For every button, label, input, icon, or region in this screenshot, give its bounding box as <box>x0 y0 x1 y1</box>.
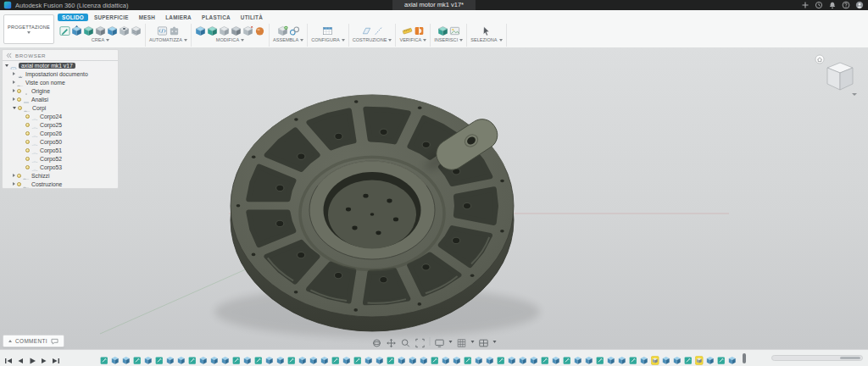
tree-item-origine[interactable]: Origine <box>3 86 118 95</box>
ribbon-group-label[interactable]: ASSEMBLA <box>273 37 303 42</box>
timeline-feature-icon[interactable] <box>442 353 450 363</box>
viewcube-cube[interactable] <box>827 63 853 90</box>
disclosure-collapsed-icon[interactable] <box>13 89 15 92</box>
ribbon-group-label[interactable]: CREA <box>92 37 110 42</box>
create-sketch-icon[interactable] <box>59 25 70 36</box>
visibility-bulb-icon[interactable] <box>25 131 30 136</box>
pan-icon[interactable] <box>387 336 397 347</box>
visibility-bulb-icon[interactable] <box>17 89 21 93</box>
tree-item-costruzione[interactable]: Costruzione <box>3 180 118 188</box>
notifications-bell-icon[interactable] <box>828 1 837 9</box>
job-status-clock-icon[interactable] <box>815 1 823 9</box>
tree-item-corpo50[interactable]: Corpo50 <box>3 137 118 146</box>
timeline-feature-icon[interactable] <box>508 353 516 363</box>
extrude-icon[interactable] <box>71 25 82 36</box>
select-icon[interactable] <box>481 25 492 36</box>
timeline-sketch-icon[interactable] <box>353 353 362 363</box>
tree-item-corpo26[interactable]: Corpo26 <box>3 129 118 137</box>
timeline-feature-icon[interactable] <box>453 353 461 363</box>
grid-settings-icon[interactable] <box>457 336 467 347</box>
physical-material-icon[interactable] <box>254 25 265 36</box>
timeline-sketch-icon[interactable] <box>287 353 296 363</box>
timeline-sketch-icon[interactable] <box>684 353 693 363</box>
disclosure-collapsed-icon[interactable] <box>13 72 15 75</box>
tab-mesh[interactable]: MESH <box>135 14 159 21</box>
fit-icon[interactable] <box>415 336 426 347</box>
shell-icon[interactable] <box>219 25 230 36</box>
visibility-bulb-icon[interactable] <box>25 114 30 119</box>
visibility-bulb-icon[interactable] <box>17 97 21 102</box>
timeline-feature-icon[interactable] <box>706 353 715 363</box>
timeline-feature-icon[interactable] <box>398 353 406 363</box>
measure-icon[interactable] <box>402 25 413 36</box>
tree-item-analisi[interactable]: Analisi <box>3 95 118 103</box>
press-pull-icon[interactable] <box>195 25 206 36</box>
ribbon-group-label[interactable]: SELEZIONA <box>470 37 502 42</box>
visibility-bulb-icon[interactable] <box>25 157 30 161</box>
timeline-feature-icon[interactable] <box>618 353 626 363</box>
timeline-feature-icon[interactable] <box>486 353 494 363</box>
help-icon[interactable] <box>842 1 850 9</box>
timeline-sketch-icon[interactable] <box>497 353 505 363</box>
new-component-icon[interactable] <box>277 25 288 36</box>
tree-item-corpo24[interactable]: Corpo24 <box>3 112 118 120</box>
timeline-step-back-button[interactable] <box>16 353 25 362</box>
tree-item-axial-motor-mk1-v17[interactable]: axial motor mk1 v17 <box>3 61 118 69</box>
timeline-feature-icon[interactable] <box>585 353 593 363</box>
viewcube[interactable] <box>814 53 860 98</box>
timeline-sketch-icon[interactable] <box>331 353 340 363</box>
insert-canvas-icon[interactable] <box>449 25 460 36</box>
disclosure-collapsed-icon[interactable] <box>13 174 15 177</box>
disclosure-collapsed-icon[interactable] <box>13 80 15 84</box>
timeline-position-marker[interactable] <box>743 353 746 363</box>
timeline-sketch-icon[interactable] <box>596 353 604 363</box>
timeline-skip-end-button[interactable] <box>52 353 60 362</box>
visibility-bulb-icon[interactable] <box>25 123 30 127</box>
timeline-sketch-icon[interactable] <box>541 353 549 363</box>
tree-item-corpo52[interactable]: Corpo52 <box>3 154 118 163</box>
disclosure-expanded-icon[interactable] <box>5 64 8 67</box>
timeline-feature-icon[interactable] <box>673 353 682 363</box>
timeline-feature-icon[interactable] <box>342 353 351 363</box>
joint-icon[interactable] <box>289 25 300 36</box>
timeline-feature-icon[interactable] <box>364 353 373 363</box>
loft-icon[interactable] <box>107 25 118 36</box>
timeline-sketch-icon[interactable] <box>717 353 726 363</box>
insert-mesh-icon[interactable] <box>437 25 448 36</box>
workspace-selector[interactable]: PROGETTAZIONE <box>3 14 54 44</box>
fillet-icon[interactable] <box>207 25 218 36</box>
timeline-feature-icon[interactable] <box>552 353 560 363</box>
timeline-feature-icon[interactable] <box>728 353 737 363</box>
timeline-feature-icon[interactable] <box>607 353 615 363</box>
timeline-feature-warning-icon[interactable] <box>651 353 659 363</box>
timeline-feature-icon[interactable] <box>276 353 285 363</box>
tab-utilita[interactable]: UTILITÀ <box>236 14 267 21</box>
hole-icon[interactable] <box>119 25 130 36</box>
timeline-feature-icon[interactable] <box>662 353 670 363</box>
visibility-bulb-icon[interactable] <box>25 140 30 144</box>
ribbon-group-label[interactable]: VERIFICA <box>399 37 426 42</box>
extensions-plus-icon[interactable] <box>801 1 810 9</box>
timeline-feature-icon[interactable] <box>420 353 428 363</box>
timeline-skip-start-button[interactable] <box>4 353 13 362</box>
collapse-panel-icon[interactable] <box>6 53 12 58</box>
sweep-icon[interactable] <box>95 25 106 36</box>
timeline-feature-icon[interactable] <box>320 353 329 363</box>
construction-axis-icon[interactable] <box>373 25 384 36</box>
timeline-sketch-icon[interactable] <box>155 353 164 363</box>
combine-icon[interactable] <box>231 25 242 36</box>
orbit-icon[interactable] <box>372 336 382 347</box>
timeline-feature-icon[interactable] <box>265 353 274 363</box>
ribbon-group-label[interactable]: INSERISCI <box>434 37 463 42</box>
tab-lamiera[interactable]: LAMIERA <box>161 14 196 21</box>
tab-plastica[interactable]: PLASTICA <box>198 14 235 21</box>
timeline-sketch-icon[interactable] <box>188 353 197 363</box>
disclosure-collapsed-icon[interactable] <box>13 97 15 101</box>
timeline-feature-icon[interactable] <box>519 353 527 363</box>
timeline-sketch-icon[interactable] <box>232 353 241 363</box>
timeline-zoom-handle[interactable] <box>840 357 860 359</box>
visibility-bulb-icon[interactable] <box>17 174 21 178</box>
timeline-feature-icon[interactable] <box>122 353 131 363</box>
timeline-feature-icon[interactable] <box>640 353 648 363</box>
display-settings-icon[interactable] <box>435 336 445 347</box>
